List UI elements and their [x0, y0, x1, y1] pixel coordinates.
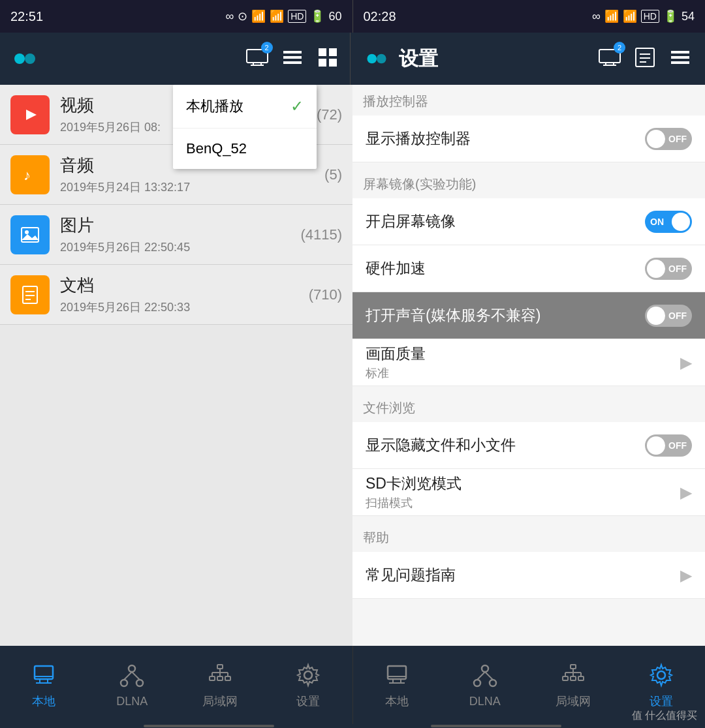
video-icon [10, 95, 50, 134]
nav-dlna-label-left: DLNA [116, 695, 148, 708]
battery-icon-right: 🔋 [663, 9, 678, 23]
nav-settings-icon-left [294, 661, 322, 690]
svg-rect-8 [283, 61, 302, 64]
settings-hidden-files-left: 显示隐藏文件和小文件 [366, 435, 516, 455]
left-status-icons: ∞ ⊙ 📶 📶 HD 🔋 60 [225, 9, 341, 23]
notification-icon: ⊙ [238, 9, 247, 23]
settings-quality[interactable]: 画面质量 标准 ▶ [352, 339, 705, 386]
toggle-knob [647, 130, 665, 148]
section-title-mirror: 屏幕镜像(实验功能) [352, 168, 705, 198]
svg-rect-46 [210, 676, 215, 680]
nav-dlna-right[interactable]: DLNA [441, 646, 529, 724]
nav-local-icon-right [383, 661, 411, 690]
nav-dlna-left[interactable]: DLNA [88, 646, 176, 724]
dropdown-item-benq[interactable]: BenQ_52 [173, 129, 317, 169]
toggle-sound[interactable]: OFF [645, 305, 692, 327]
nav-lan-left[interactable]: 局域网 [176, 646, 264, 724]
svg-rect-12 [329, 59, 337, 67]
dropdown-item-local[interactable]: 本机播放 ✓ [173, 85, 317, 129]
audio-date: 2019年5月24日 13:32:17 [60, 179, 324, 195]
toggle-on-label: ON [650, 217, 664, 227]
nav-dlna-icon-right [471, 662, 499, 691]
svg-rect-45 [217, 665, 223, 669]
right-app-header: 设置 2 [351, 33, 706, 85]
left-time: 22:51 [10, 9, 43, 24]
settings-sound-label: 打开声音(媒体服务不兼容) [366, 305, 540, 326]
svg-point-13 [367, 54, 377, 64]
app-logo-left [10, 44, 39, 73]
nav-dlna-icon-left [118, 662, 146, 691]
toggle-label-hw: OFF [668, 264, 687, 274]
doc-count: (710) [309, 286, 342, 303]
list-icon-left[interactable] [281, 46, 304, 72]
doc-icon-right[interactable] [633, 46, 657, 72]
svg-point-61 [474, 680, 480, 686]
screen-icon-left[interactable]: 2 [245, 46, 269, 72]
settings-hidden-files-label: 显示隐藏文件和小文件 [366, 435, 516, 455]
screen-icon-right[interactable]: 2 [598, 46, 621, 72]
nav-local-left[interactable]: 本地 [0, 646, 88, 724]
menu-icon-right[interactable] [668, 46, 692, 72]
image-count: (4115) [300, 226, 342, 243]
settings-faq[interactable]: 常见问题指南 ▶ [352, 552, 705, 599]
toggle-hw-accel[interactable]: OFF [645, 258, 692, 280]
right-header-icons: 2 [598, 46, 692, 72]
svg-point-1 [25, 53, 35, 64]
svg-rect-11 [319, 59, 326, 67]
settings-sound-left: 打开声音(媒体服务不兼容) [366, 305, 540, 326]
settings-faq-label: 常见问题指南 [366, 565, 456, 585]
settings-screen-mirror[interactable]: 开启屏幕镜像 ON [352, 198, 705, 245]
settings-hw-accel-label: 硬件加速 [366, 258, 426, 279]
image-icon [10, 215, 50, 254]
settings-hw-accel[interactable]: 硬件加速 OFF [352, 245, 705, 292]
settings-hidden-files[interactable]: 显示隐藏文件和小文件 OFF [352, 422, 705, 469]
nav-lan-right[interactable]: 局域网 [529, 646, 617, 724]
svg-point-74 [657, 671, 665, 679]
left-battery-level: 60 [328, 10, 341, 23]
toggle-hidden-files[interactable]: OFF [645, 434, 692, 457]
right-status-bar: 02:28 ∞ 📶 📶 HD 🔋 54 [353, 0, 706, 33]
hd-icon-right: HD [641, 10, 659, 23]
left-panel: 视频 2019年5月26日 08: (72) ♪ 音频 2019年5月24日 1… [0, 85, 352, 646]
video-count: (72) [317, 106, 342, 123]
audio-icon: ♪ [10, 155, 50, 194]
svg-rect-68 [578, 676, 584, 680]
app-logo-right [364, 46, 390, 72]
left-indicator [144, 725, 274, 727]
file-item-image[interactable]: 图片 2019年5月26日 22:50:45 (4115) [0, 205, 352, 265]
nav-lan-icon-right [559, 661, 588, 690]
settings-sd-browse-sublabel: 扫描模式 [366, 495, 462, 511]
doc-file-icon [10, 275, 50, 314]
settings-show-controller[interactable]: 显示播放控制器 OFF [352, 115, 705, 162]
settings-title: 设置 [399, 46, 438, 72]
toggle-show-controller[interactable]: OFF [645, 128, 692, 150]
nav-lan-label-left: 局域网 [202, 693, 238, 709]
badge-left-screen: 2 [261, 42, 273, 53]
settings-sd-browse[interactable]: SD卡浏览模式 扫描模式 ▶ [352, 469, 705, 516]
image-name: 图片 [60, 214, 300, 237]
left-app-header: 2 [0, 33, 350, 85]
svg-text:♪: ♪ [24, 167, 31, 183]
nav-settings-label-left: 设置 [296, 693, 320, 709]
toggle-knob-on [672, 213, 690, 231]
nav-dlna-label-right: DLNA [469, 695, 501, 708]
chevron-quality: ▶ [680, 354, 692, 372]
section-title-help: 帮助 [352, 521, 705, 552]
settings-show-controller-label: 显示播放控制器 [366, 129, 471, 149]
settings-sound[interactable]: 打开声音(媒体服务不兼容) OFF [352, 292, 705, 339]
chevron-sd: ▶ [680, 483, 692, 502]
audio-count: (5) [324, 166, 342, 183]
nav-settings-left[interactable]: 设置 [264, 646, 352, 724]
grid-icon-left[interactable] [316, 46, 339, 72]
svg-point-62 [490, 680, 496, 686]
svg-rect-23 [671, 51, 689, 53]
image-info: 图片 2019年5月26日 22:50:45 [60, 214, 300, 255]
svg-line-43 [124, 672, 132, 680]
file-item-doc[interactable]: 文档 2019年5月26日 22:50:33 (710) [0, 265, 352, 325]
nav-local-right[interactable]: 本地 [353, 646, 441, 724]
toggle-screen-mirror[interactable]: ON [645, 211, 692, 233]
settings-show-controller-left: 显示播放控制器 [366, 129, 471, 149]
toggle-label-hidden: OFF [668, 440, 687, 451]
playback-dropdown: 本机播放 ✓ BenQ_52 [173, 85, 317, 169]
svg-marker-26 [26, 110, 37, 120]
